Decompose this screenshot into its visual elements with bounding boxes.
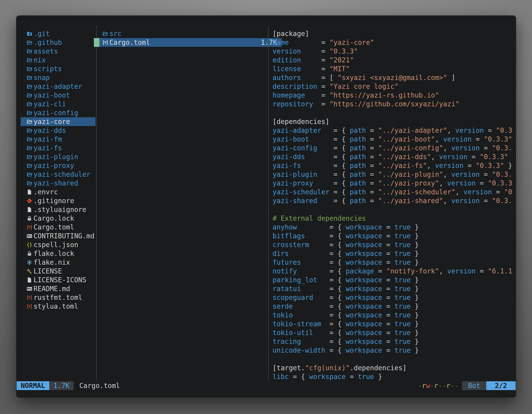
entry-name: CONTRIBUTING.md [34,232,95,240]
file-row[interactable]: stylua.toml [21,302,95,311]
dir-row[interactable]: assets [21,47,95,56]
entry-name: cspell.json [34,241,78,249]
file-row[interactable]: Cargo.lock [21,214,95,223]
dir-row[interactable]: yazi-config [21,108,95,117]
entry-name: yazi-scheduler [34,170,90,178]
preview-line: unicode-width = { workspace = true } [273,346,516,355]
file-row[interactable]: rustfmt.toml [21,293,95,302]
open-folder-icon [26,171,32,178]
entry-name: yazi-core [34,118,70,125]
file-row[interactable]: LICENSE-ICONS [21,276,95,284]
dir-row[interactable]: yazi-fs [21,144,95,152]
open-folder-icon [26,127,32,134]
entry-name: .github [34,39,62,47]
entry-name: Cargo.toml [34,223,74,231]
preview-line: futures = { workspace = true } [273,258,516,267]
dir-row[interactable]: yazi-boot [21,91,95,100]
dir-row[interactable]: yazi-dds [21,126,95,135]
dir-row[interactable]: .git [21,29,95,38]
toml-icon [26,303,32,309]
dir-row[interactable]: yazi-core [21,117,95,126]
toml-icon [102,39,108,46]
open-folder-icon [26,110,32,116]
file-row[interactable]: flake.lock [21,249,95,258]
open-folder-icon [26,136,32,142]
file-row[interactable]: .envrc [21,188,95,196]
dir-row[interactable]: yazi-adapter [21,82,95,91]
open-folder-icon [26,119,32,125]
entry-name: nix [34,56,46,64]
preview-line: description = "Yazi core logic" [273,82,516,91]
preview-line: crossterm = { workspace = true } [273,240,516,249]
preview-line: yazi-adapter = { path = "../yazi-adapter… [273,126,516,135]
entry-name: yazi-proxy [34,162,74,170]
dir-row[interactable]: yazi-scheduler [21,170,95,179]
file-row[interactable]: Cargo.toml [21,223,95,231]
dir-row[interactable]: yazi-fm [21,135,95,144]
preview-line: repository = "https://github.com/sxyazi/… [273,100,516,108]
scroll-position-badge: Bot [462,381,486,390]
preview-line: tracing = { workspace = true } [273,337,516,346]
file-row[interactable]: Cargo.toml1.7K [94,38,282,47]
open-folder-icon [26,92,32,98]
file-row[interactable]: README.md [21,284,95,293]
open-folder-icon [26,101,32,107]
preview-line: yazi-fs = { path = "../yazi-fs", version… [273,161,516,170]
open-folder-icon [26,154,32,160]
toml-icon [26,224,32,230]
entry-name: .styluaignore [34,206,86,213]
status-filename: Cargo.toml [79,382,120,390]
preview-line: # External dependencies [273,214,516,223]
lock-icon [26,215,32,221]
dir-row[interactable]: .github [21,38,95,47]
preview-line: [dependencies] [273,117,516,126]
dir-row[interactable]: scripts [21,64,95,73]
dir-row[interactable]: yazi-proxy [21,161,95,170]
entry-name: LICENSE-ICONS [34,276,86,284]
file-row[interactable]: CONTRIBUTING.md [21,231,95,240]
dir-row[interactable]: src [94,29,282,38]
preview-line: license = "MIT" [273,64,516,73]
dir-row[interactable]: snap [21,73,95,82]
file-size-badge: 1.7K [49,381,74,390]
file-row[interactable]: cspell.json [21,240,95,249]
file-row[interactable]: flake.nix [21,258,95,267]
markdown-icon [26,233,32,239]
preview-line: yazi-config = { path = "../yazi-config",… [273,144,516,152]
entry-name: yazi-plugin [34,153,78,161]
key-icon [26,268,32,274]
preview-line: bitflags = { workspace = true } [273,231,516,240]
preview-line: anyhow = { workspace = true } [273,223,516,231]
preview-line: edition = "2021" [273,56,516,64]
preview-line: yazi-boot = { path = "../yazi-boot", ver… [273,135,516,144]
dir-row[interactable]: yazi-plugin [21,152,95,161]
entry-name: Cargo.toml [109,39,150,47]
entry-name: .gitignore [34,197,74,205]
status-right-group: -rw-r--r-- Bot 2/2 [418,381,516,390]
file-icon [26,189,32,195]
toml-icon [26,295,32,301]
entry-name: README.md [34,285,70,293]
file-row[interactable]: .gitignore [21,196,95,205]
yazi-window: .git.githubassetsnixscriptssnapyazi-adap… [16,15,516,398]
entry-name: flake.nix [34,258,70,266]
file-row[interactable]: .styluaignore [21,205,95,214]
preview-line: name = "yazi-core" [273,38,516,47]
dir-row[interactable]: yazi-cli [21,100,95,108]
file-row[interactable]: LICENSE [21,267,95,276]
dir-row[interactable]: yazi-shared [21,179,95,188]
entry-name: rustfmt.toml [34,294,82,301]
entry-name: stylua.toml [34,302,78,310]
preview-line: yazi-shared = { path = "../yazi-shared",… [273,196,516,205]
preview-line: authors = [ "sxyazi <sxyazi@gmail.com>" … [273,73,516,82]
entry-name: LICENSE [34,267,62,275]
dir-row[interactable]: nix [21,56,95,64]
entry-name: yazi-fm [34,135,62,143]
file-counter-badge: 2/2 [486,381,516,390]
entry-name: snap [34,74,50,82]
open-folder-icon [26,57,32,63]
preview-line: yazi-dds = { path = "../yazi-dds", versi… [273,152,516,161]
file-icon [26,277,32,283]
nix-icon [26,259,32,266]
preview-line: version = "0.3.3" [273,47,516,56]
